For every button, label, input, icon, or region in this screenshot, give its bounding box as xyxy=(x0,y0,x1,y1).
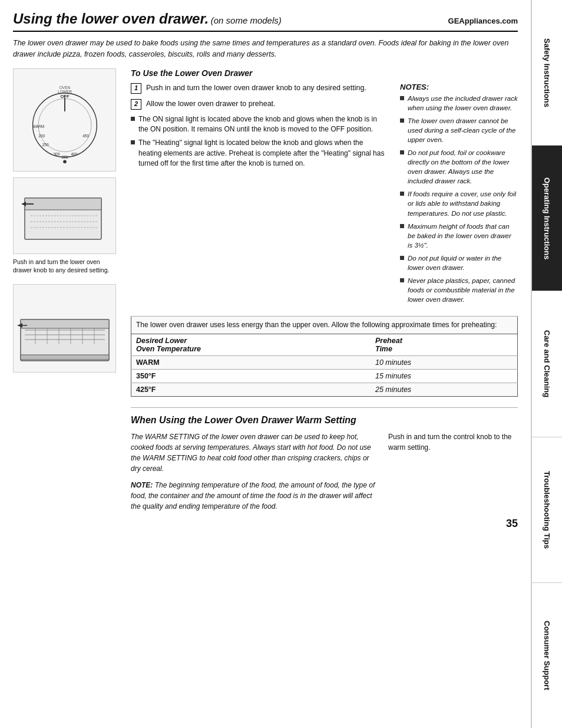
svg-text:400: 400 xyxy=(71,152,77,156)
sidebar-tab-operating[interactable]: Operating Instructions xyxy=(532,146,562,291)
warm-right-text: Push in and turn the control knob to the… xyxy=(388,431,518,453)
svg-rect-17 xyxy=(25,198,101,210)
note-7-text: Never place plastics, paper, canned food… xyxy=(408,276,518,304)
bullet-1: The ON signal light is located above the… xyxy=(131,114,385,135)
table-row-2-temp: 350°F xyxy=(131,370,371,383)
warm-left-note: NOTE: The beginning temperature of the f… xyxy=(131,480,376,512)
svg-text:LOWER: LOWER xyxy=(57,90,71,94)
bullet-1-text: The ON signal light is located above the… xyxy=(138,114,385,135)
warm-section-title: When Using the Lower Oven Drawer Warm Se… xyxy=(131,415,518,426)
svg-text:WARM: WARM xyxy=(32,124,44,129)
bullet-2-icon xyxy=(131,140,135,144)
warm-two-col: The WARM SETTING of the lower oven drawe… xyxy=(131,431,518,512)
warm-left: The WARM SETTING of the lower oven drawe… xyxy=(131,431,376,512)
sidebar-tab-care[interactable]: Care and Cleaning xyxy=(532,291,562,437)
note-6: Do not put liquid or water in the lower … xyxy=(400,253,518,272)
note-6-text: Do not put liquid or water in the lower … xyxy=(408,253,518,272)
note-1-icon xyxy=(400,96,404,100)
note-2-icon xyxy=(400,118,404,123)
notes-section: NOTES: Always use the included drawer ra… xyxy=(400,83,518,308)
table-row-2-time: 15 minutes xyxy=(371,370,518,383)
sidebar-tab-troubleshooting[interactable]: Troubleshooting Tips xyxy=(532,437,562,583)
page-header: Using the lower oven drawer. (on some mo… xyxy=(13,11,518,32)
oven-knob-diagram: OFF LOWER OVEN WARM 200 250 450 300 350 … xyxy=(13,68,116,172)
bullet-2-text: The "Heating" signal light is located be… xyxy=(138,138,385,169)
svg-point-13 xyxy=(63,160,67,163)
shelf-diagram xyxy=(13,284,116,373)
sidebar-tab-consumer[interactable]: Consumer Support xyxy=(532,583,562,728)
table-col2-header: PreheatTime xyxy=(371,334,518,356)
page-subtitle: (on some models) xyxy=(211,15,282,25)
svg-marker-37 xyxy=(18,323,22,328)
instructions-area: 1 Push in and turn the lower oven drawer… xyxy=(131,83,518,308)
page-number: 35 xyxy=(131,518,518,530)
right-sidebar: Safety Instructions Operating Instructio… xyxy=(531,0,562,728)
table-col1-header: Desired LowerOven Temperature xyxy=(131,334,371,356)
warm-section: When Using the Lower Oven Drawer Warm Se… xyxy=(131,407,518,512)
note-2-text: The lower oven drawer cannot be used dur… xyxy=(408,116,518,144)
notes-title: NOTES: xyxy=(400,83,518,91)
note-6-icon xyxy=(400,256,404,260)
note-3-text: Do not put food, foil or cookware direct… xyxy=(408,148,518,186)
note-1-text: Always use the included drawer rack when… xyxy=(408,94,518,113)
svg-text:300: 300 xyxy=(53,152,59,156)
bullet-1-icon xyxy=(131,117,135,121)
note-5-text: Maximum height of foods that can be bake… xyxy=(408,222,518,250)
svg-text:450: 450 xyxy=(82,134,89,138)
note-4-icon xyxy=(400,192,404,196)
note-5: Maximum height of foods that can be bake… xyxy=(400,222,518,250)
website-link: GEAppliances.com xyxy=(448,17,518,25)
note-2: The lower oven drawer cannot be used dur… xyxy=(400,116,518,144)
note-5-icon xyxy=(400,224,404,228)
table-row-1-temp: WARM xyxy=(131,356,371,370)
note-7-icon xyxy=(400,278,404,282)
intro-text: The lower oven drawer may be used to bak… xyxy=(13,38,518,60)
step-2: 2 Allow the lower oven drawer to preheat… xyxy=(131,98,385,110)
step-1: 1 Push in and turn the lower oven drawer… xyxy=(131,83,385,94)
svg-text:200: 200 xyxy=(38,134,45,138)
preheat-table: The lower oven drawer uses less energy t… xyxy=(131,316,518,397)
left-column: OFF LOWER OVEN WARM 200 250 450 300 350 … xyxy=(13,68,131,718)
step-2-text: Allow the lower oven drawer to preheat. xyxy=(146,98,276,110)
step-2-num: 2 xyxy=(131,99,141,110)
step-1-text: Push in and turn the lower oven drawer k… xyxy=(146,83,366,94)
instructions-left: 1 Push in and turn the lower oven drawer… xyxy=(131,83,385,308)
sidebar-tab-safety[interactable]: Safety Instructions xyxy=(532,0,562,146)
bullet-2: The "Heating" signal light is located be… xyxy=(131,138,385,169)
drawer-pull-diagram xyxy=(13,177,116,254)
warm-left-text: The WARM SETTING of the lower oven drawe… xyxy=(131,431,376,474)
table-row-3-temp: 425°F xyxy=(131,383,371,397)
table-row-1-time: 10 minutes xyxy=(371,356,518,370)
note-3: Do not put food, foil or cookware direct… xyxy=(400,148,518,186)
svg-text:OVEN: OVEN xyxy=(59,85,70,90)
svg-rect-35 xyxy=(21,355,109,360)
svg-marker-19 xyxy=(22,202,26,206)
page-title: Using the lower oven drawer. xyxy=(13,11,209,27)
note-3-icon xyxy=(400,150,404,154)
note-7: Never place plastics, paper, canned food… xyxy=(400,276,518,304)
note-4: If foods require a cover, use only foil … xyxy=(400,189,518,218)
svg-text:250: 250 xyxy=(42,143,48,147)
section1-title: To Use the Lower Oven Drawer xyxy=(131,68,518,78)
table-intro: The lower oven drawer uses less energy t… xyxy=(131,317,518,334)
table-row-3-time: 25 minutes xyxy=(371,383,518,397)
note-1: Always use the included drawer rack when… xyxy=(400,94,518,113)
content-area: OFF LOWER OVEN WARM 200 250 450 300 350 … xyxy=(13,68,518,718)
warm-right: Push in and turn the control knob to the… xyxy=(388,431,518,512)
note-4-text: If foods require a cover, use only foil … xyxy=(408,189,518,218)
step-1-num: 1 xyxy=(131,83,141,94)
diagram-caption: Push in and turn the lower oven drawer k… xyxy=(13,258,116,275)
right-column: To Use the Lower Oven Drawer 1 Push in a… xyxy=(131,68,518,718)
svg-text:350: 350 xyxy=(61,155,68,159)
svg-rect-34 xyxy=(21,319,109,328)
